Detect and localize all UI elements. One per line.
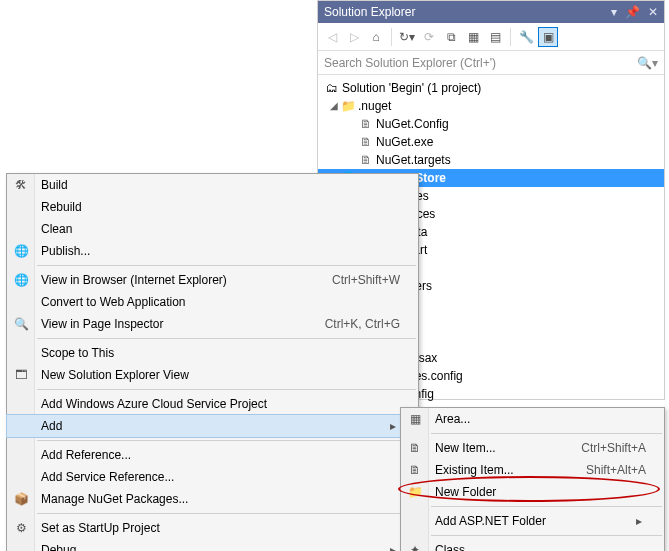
- collapse-all-icon[interactable]: ⧉: [441, 27, 461, 47]
- menu-build[interactable]: 🛠Build: [7, 174, 418, 196]
- existing-item-icon: 🗎: [401, 459, 429, 481]
- submenu-existing-item[interactable]: 🗎Existing Item...Shift+Alt+A: [401, 459, 664, 481]
- submenu-area[interactable]: ▦Area...: [401, 408, 664, 430]
- build-icon: 🛠: [7, 174, 35, 196]
- sync-icon[interactable]: ⟳: [419, 27, 439, 47]
- menu-publish[interactable]: 🌐Publish...: [7, 240, 418, 262]
- publish-icon: 🌐: [7, 240, 35, 262]
- area-icon: ▦: [401, 408, 429, 430]
- submenu-new-item[interactable]: 🗎New Item...Ctrl+Shift+A: [401, 437, 664, 459]
- close-icon[interactable]: ✕: [648, 1, 658, 23]
- nuget-icon: 📦: [7, 488, 35, 510]
- folder-icon: 📁: [340, 98, 356, 114]
- dropdown-icon[interactable]: ▾: [611, 1, 617, 23]
- panel-title: Solution Explorer: [324, 1, 415, 23]
- separator: [431, 433, 662, 434]
- search-icon[interactable]: 🔍▾: [637, 56, 658, 70]
- separator: [431, 535, 662, 536]
- show-all-icon[interactable]: ▦: [463, 27, 483, 47]
- separator: [37, 513, 416, 514]
- forward-icon[interactable]: ▷: [344, 27, 364, 47]
- menu-startup[interactable]: ⚙Set as StartUp Project: [7, 517, 418, 539]
- separator: [37, 338, 416, 339]
- menu-manage-nuget[interactable]: 📦Manage NuGet Packages...: [7, 488, 418, 510]
- tree-node-nuget-config[interactable]: 🗎NuGet.Config: [318, 115, 664, 133]
- menu-convert[interactable]: Convert to Web Application: [7, 291, 418, 313]
- new-view-icon: 🗔: [7, 364, 35, 386]
- new-folder-icon: 📁: [401, 481, 429, 503]
- search-box[interactable]: Search Solution Explorer (Ctrl+') 🔍▾: [318, 51, 664, 75]
- tree-node-nuget-targets[interactable]: 🗎NuGet.targets: [318, 151, 664, 169]
- panel-toolbar: ◁ ▷ ⌂ ↻▾ ⟳ ⧉ ▦ ▤ 🔧 ▣: [318, 23, 664, 51]
- menu-scope[interactable]: Scope to This: [7, 342, 418, 364]
- menu-view-browser[interactable]: 🌐View in Browser (Internet Explorer)Ctrl…: [7, 269, 418, 291]
- class-icon: ✦: [401, 539, 429, 551]
- inspector-icon: 🔍: [7, 313, 35, 335]
- refresh-dropdown-icon[interactable]: ↻▾: [397, 27, 417, 47]
- menu-new-view[interactable]: 🗔New Solution Explorer View: [7, 364, 418, 386]
- pin-icon[interactable]: 📌: [625, 1, 640, 23]
- menu-rebuild[interactable]: Rebuild: [7, 196, 418, 218]
- submenu-new-folder[interactable]: 📁New Folder: [401, 481, 664, 503]
- add-submenu: ▦Area... 🗎New Item...Ctrl+Shift+A 🗎Exist…: [400, 407, 665, 551]
- menu-clean[interactable]: Clean: [7, 218, 418, 240]
- properties-icon[interactable]: 🔧: [516, 27, 536, 47]
- menu-add-azure[interactable]: Add Windows Azure Cloud Service Project: [7, 393, 418, 415]
- search-placeholder: Search Solution Explorer (Ctrl+'): [324, 56, 637, 70]
- submenu-asp-folder[interactable]: Add ASP.NET Folder▸: [401, 510, 664, 532]
- context-menu: 🛠Build Rebuild Clean 🌐Publish... 🌐View i…: [6, 173, 419, 551]
- solution-icon: 🗂: [324, 80, 340, 96]
- menu-debug[interactable]: Debug▸: [7, 539, 418, 551]
- menu-add-reference[interactable]: Add Reference...: [7, 444, 418, 466]
- tree-node-nuget[interactable]: ◢📁.nuget: [318, 97, 664, 115]
- new-item-icon: 🗎: [401, 437, 429, 459]
- submenu-class[interactable]: ✦Class...: [401, 539, 664, 551]
- preview-icon[interactable]: ▤: [485, 27, 505, 47]
- file-icon: 🗎: [358, 116, 374, 132]
- file-icon: 🗎: [358, 134, 374, 150]
- home-icon[interactable]: ⌂: [366, 27, 386, 47]
- file-icon: 🗎: [358, 152, 374, 168]
- tree-node-nuget-exe[interactable]: 🗎NuGet.exe: [318, 133, 664, 151]
- browser-icon: 🌐: [7, 269, 35, 291]
- menu-page-inspector[interactable]: 🔍View in Page InspectorCtrl+K, Ctrl+G: [7, 313, 418, 335]
- back-icon[interactable]: ◁: [322, 27, 342, 47]
- selected-preview-icon[interactable]: ▣: [538, 27, 558, 47]
- solution-node[interactable]: 🗂Solution 'Begin' (1 project): [318, 79, 664, 97]
- menu-add-service-reference[interactable]: Add Service Reference...: [7, 466, 418, 488]
- gear-icon: ⚙: [7, 517, 35, 539]
- menu-add[interactable]: Add▸: [7, 415, 418, 437]
- separator: [37, 389, 416, 390]
- separator: [37, 265, 416, 266]
- separator: [431, 506, 662, 507]
- panel-titlebar: Solution Explorer ▾ 📌 ✕: [318, 1, 664, 23]
- submenu-arrow-icon: ▸: [390, 543, 400, 551]
- submenu-arrow-icon: ▸: [390, 419, 400, 433]
- submenu-arrow-icon: ▸: [636, 514, 646, 528]
- separator: [37, 440, 416, 441]
